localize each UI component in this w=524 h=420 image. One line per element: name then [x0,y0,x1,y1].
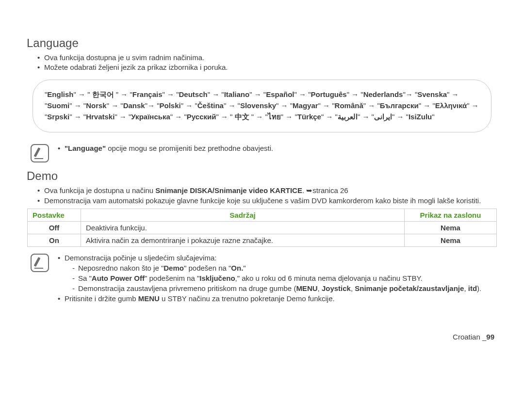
language-description: Ova funkcija dostupna je u svim radnim n… [27,53,497,73]
footer-lang: Croatian _ [453,333,486,341]
language-note-text: "Language" opcije mogu se promijeniti be… [58,143,497,153]
setting-desc: Aktivira način za demontriranje i pokazu… [81,234,405,246]
demo-note-intro: Demonstracija počinje u sljedećim slučaj… [58,253,497,293]
manual-page: Language Ova funkcija dostupna je u svim… [0,0,524,355]
col-content: Sadržaj [81,209,405,221]
setting-disp: Nema [405,221,497,234]
demo-intro: Ova funkcija je dostupna u načinu Sniman… [27,186,497,206]
note-icon [31,254,49,272]
demo-settings-table: Postavke Sadržaj Prikaz na zaslonu Off D… [27,209,497,247]
setting-off: Off [28,221,81,234]
col-display: Prikaz na zaslonu [405,209,497,221]
language-bullet: Ova funkcija dostupna je u svim radnim n… [44,53,497,63]
demo-note-sub: Sa "Auto Power Off" podešenim na "Isklju… [72,273,497,283]
page-footer: Croatian _99 [27,333,497,341]
demo-note-sub: Neposredno nakon što je "Demo" podešen n… [72,263,497,273]
language-chain: "English" → " 한국어 " → "Français" → "Deut… [45,90,479,121]
setting-desc: Deaktivira funkciju. [81,221,405,234]
demo-intro-item: Ova funkcija je dostupna u načinu Sniman… [44,186,497,195]
language-options-box: "English" → " 한국어 " → "Français" → "Deut… [33,80,491,133]
table-row: On Aktivira način za demontriranje i pok… [28,234,497,246]
demo-note-menu: Pritisnite i držite gumb MENU u STBY nač… [58,293,497,304]
language-heading: Language [27,36,497,50]
col-settings: Postavke [28,209,81,221]
setting-disp: Nema [405,234,497,246]
language-note: "Language" opcije mogu se promijeniti be… [31,143,497,162]
demo-note: Demonstracija počinje u sljedećim slučaj… [31,253,497,304]
demo-intro-item: Demonstracija vam automatski pokazuje gl… [44,196,497,206]
table-row: Off Deaktivira funkciju. Nema [28,221,497,234]
note-icon [31,144,49,162]
demo-heading: Demo [27,169,497,183]
table-header-row: Postavke Sadržaj Prikaz na zaslonu [28,209,497,221]
setting-on: On [28,234,81,246]
demo-note-sub: Demonstracija zaustavljena privremeno pr… [72,283,497,293]
language-bullet: Možete odabrati željeni jezik za prikaz … [44,63,497,72]
footer-page: 99 [486,333,494,341]
